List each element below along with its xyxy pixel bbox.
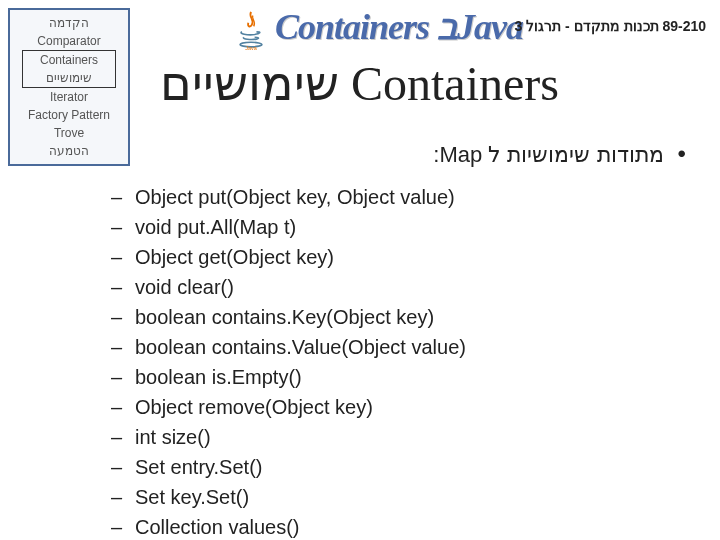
method-list: Object put(Object key, Object value) voi… bbox=[20, 182, 700, 540]
heading-graphic: Containers בJava bbox=[275, 6, 523, 48]
nav-item: Iterator bbox=[10, 88, 128, 106]
nav-item: הקדמה bbox=[10, 14, 128, 32]
method-item: void put.All(Map t) bbox=[135, 212, 700, 242]
method-item: int size() bbox=[135, 422, 700, 452]
bullet-text: מתודות שימושיות ל Map: bbox=[433, 142, 686, 167]
nav-item: Factory Pattern bbox=[10, 106, 128, 124]
method-item: boolean contains.Value(Object value) bbox=[135, 332, 700, 362]
svg-text:Java: Java bbox=[245, 45, 257, 50]
slide-title: Containers שימושיים bbox=[160, 55, 559, 111]
method-item: Object get(Object key) bbox=[135, 242, 700, 272]
method-item: Object remove(Object key) bbox=[135, 392, 700, 422]
nav-item: Comparator bbox=[10, 32, 128, 50]
slide-header: הקדמה Comparator Containers שימושיים Ite… bbox=[0, 0, 720, 120]
method-item: void clear() bbox=[135, 272, 700, 302]
method-item: Set key.Set() bbox=[135, 482, 700, 512]
bullet-point: מתודות שימושיות ל Map: bbox=[20, 140, 700, 168]
method-item: boolean is.Empty() bbox=[135, 362, 700, 392]
method-item: Collection values() bbox=[135, 512, 700, 540]
nav-item-selected: Containers שימושיים bbox=[22, 50, 116, 88]
method-item: Set entry.Set() bbox=[135, 452, 700, 482]
slide-content: מתודות שימושיות ל Map: Object put(Object… bbox=[0, 140, 720, 540]
java-logo-icon: Java bbox=[235, 10, 267, 50]
course-info: 89-210 תכנות מתקדם - תרגול 3 bbox=[514, 18, 706, 34]
method-item: boolean contains.Key(Object key) bbox=[135, 302, 700, 332]
method-item: Object put(Object key, Object value) bbox=[135, 182, 700, 212]
